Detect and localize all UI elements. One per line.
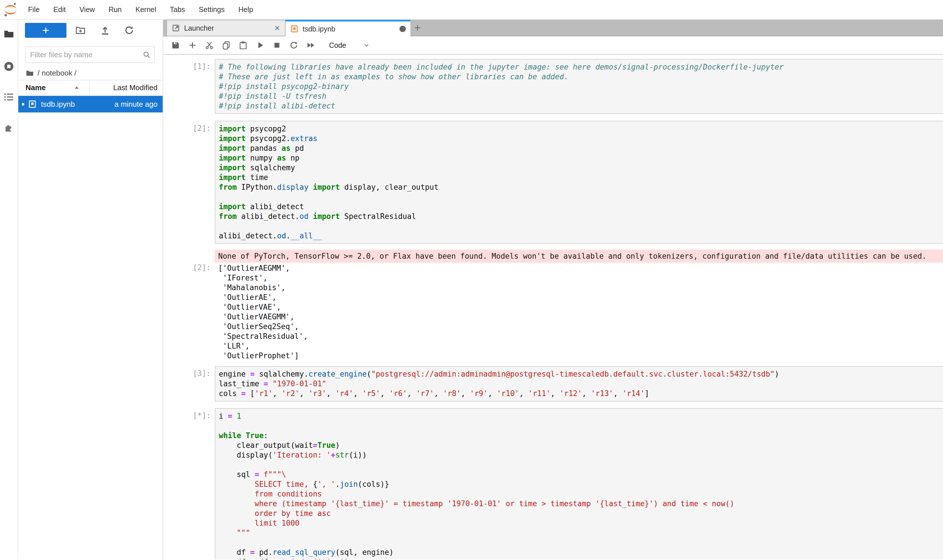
- code-line: # The following libraries have already b…: [219, 62, 943, 72]
- restart-kernel-button[interactable]: [289, 40, 299, 50]
- code-line: display('Iteration: '+str(i)): [219, 450, 943, 460]
- close-tab-icon[interactable]: [273, 24, 281, 32]
- unsaved-changes-dot-icon[interactable]: [400, 26, 406, 32]
- running-kernels-icon[interactable]: [3, 61, 15, 72]
- file-browser-toolbar: [19, 22, 163, 38]
- cell-editor[interactable]: # The following libraries have already b…: [215, 59, 943, 114]
- save-button[interactable]: [171, 40, 181, 50]
- tab-tsdb-label: tsdb.ipynb: [303, 25, 335, 33]
- upload-button[interactable]: [100, 25, 111, 36]
- plus-icon: [42, 26, 50, 35]
- code-line: cols = ['r1', 'r2', 'r3', 'r4', 'r5', 'r…: [219, 389, 943, 398]
- cell-prompt: [*]:: [163, 408, 215, 420]
- code-line: import pandas as pd: [219, 143, 943, 153]
- cell-prompt: [2]:: [163, 263, 215, 272]
- menu-edit[interactable]: Edit: [46, 0, 73, 19]
- menu-tabs[interactable]: Tabs: [163, 0, 192, 19]
- tab-launcher[interactable]: Launcher: [167, 20, 286, 36]
- file-list-header: Name Last Modified: [19, 80, 163, 95]
- launcher-icon: [171, 24, 180, 32]
- code-line: 'LLR',: [218, 341, 943, 351]
- code-line: import time: [219, 172, 943, 182]
- output-cell: [2]:['OutlierAEGMM', 'IForest', 'Mahalan…: [163, 263, 943, 360]
- code-line: #!pip install alibi-detect: [219, 101, 943, 111]
- code-line: from conditions: [219, 489, 943, 499]
- menu-kernel[interactable]: Kernel: [128, 0, 163, 19]
- code-cell: [*]:i = 1 while True: clear_output(wait=…: [163, 408, 943, 559]
- insert-cell-button[interactable]: [188, 40, 197, 50]
- chevron-down-icon[interactable]: [363, 42, 370, 49]
- code-cell: [1]:# The following libraries have alrea…: [163, 59, 943, 114]
- code-line: i = 1: [219, 411, 943, 421]
- code-line: import alibi_detect: [219, 202, 943, 211]
- extensions-puzzle-icon[interactable]: [3, 122, 15, 133]
- tab-tsdb-notebook[interactable]: tsdb.ipynb: [286, 20, 411, 36]
- code-cell: [3]:engine = sqlalchemy.create_engine("p…: [163, 366, 943, 402]
- code-line: #!pip install psycopg2-binary: [219, 82, 943, 91]
- file-row-tsdb[interactable]: tsdb.ipynb a minute ago: [19, 96, 163, 112]
- menu-view[interactable]: View: [73, 0, 102, 19]
- menu-file[interactable]: File: [21, 0, 46, 19]
- code-line: import numpy as np: [219, 153, 943, 163]
- menu-bar: File Edit View Run Kernel Tabs Settings …: [0, 0, 943, 20]
- file-name: tsdb.ipynb: [41, 100, 75, 109]
- new-launcher-button[interactable]: [25, 23, 66, 38]
- code-cell: [2]:import psycopg2import psycopg2.extra…: [163, 121, 943, 244]
- refresh-button[interactable]: [124, 25, 134, 36]
- code-line: # These are just left in as examples to …: [219, 72, 943, 82]
- interrupt-kernel-button[interactable]: [272, 40, 282, 50]
- code-line: import psycopg2.extras: [219, 134, 943, 143]
- breadcrumb[interactable]: / notebook /: [25, 69, 76, 78]
- cell-type-select[interactable]: Code: [329, 41, 346, 49]
- new-tab-button[interactable]: [411, 20, 425, 36]
- code-line: engine = sqlalchemy.create_engine("postg…: [219, 369, 943, 379]
- file-browser-icon[interactable]: [3, 28, 15, 40]
- filter-files-box: [25, 46, 155, 63]
- notebook-tab-icon: [290, 25, 299, 33]
- cell-editor[interactable]: i = 1 while True: clear_output(wait=True…: [215, 408, 943, 559]
- code-line: import psycopg2: [219, 124, 943, 134]
- code-line: 'OutlierProphet']: [218, 351, 943, 360]
- cell-editor[interactable]: engine = sqlalchemy.create_engine("postg…: [215, 366, 943, 402]
- code-line: SELECT time, {', '.join(cols)}: [219, 479, 943, 489]
- run-cell-button[interactable]: [255, 40, 265, 50]
- filter-files-input[interactable]: [26, 50, 142, 60]
- cell-prompt: [3]:: [163, 366, 215, 378]
- folder-icon[interactable]: [25, 69, 34, 78]
- restart-run-all-button[interactable]: [306, 40, 316, 50]
- table-of-contents-icon[interactable]: [3, 91, 15, 103]
- column-name[interactable]: Name: [25, 83, 46, 92]
- code-line: clear_output(wait=True): [219, 440, 943, 450]
- code-line: 'SpectralResidual',: [218, 331, 943, 341]
- jupyter-logo: [3, 2, 18, 17]
- notebook-cells: [1]:# The following libraries have alrea…: [163, 55, 943, 559]
- stderr-message: None of PyTorch, TensorFlow >= 2.0, or F…: [215, 249, 943, 263]
- cell-editor[interactable]: import psycopg2import psycopg2.extrasimp…: [215, 121, 943, 244]
- tab-launcher-label: Launcher: [184, 24, 214, 32]
- column-last-modified[interactable]: Last Modified: [113, 83, 157, 92]
- menu-help[interactable]: Help: [232, 0, 260, 19]
- copy-cells-button[interactable]: [221, 40, 231, 50]
- sort-caret-icon[interactable]: [73, 84, 80, 91]
- menu-settings[interactable]: Settings: [192, 0, 232, 19]
- new-folder-button[interactable]: [75, 25, 86, 36]
- code-line: 'OutlierSeq2Seq',: [218, 322, 943, 331]
- cut-cells-button[interactable]: [204, 40, 214, 50]
- cell-prompt: [1]:: [163, 59, 215, 71]
- code-line: where (timestamp '{last_time}' = timesta…: [219, 499, 943, 509]
- code-line: #!pip install -U tsfresh: [219, 91, 943, 101]
- code-line: 'OutlierVAEGMM',: [218, 312, 943, 322]
- cell-prompt: [2]:: [163, 121, 215, 132]
- code-line: 'Mahalanobis',: [218, 283, 943, 292]
- code-line: 'IForest',: [218, 273, 943, 283]
- menu-run[interactable]: Run: [102, 0, 128, 19]
- paste-cells-button[interactable]: [238, 40, 248, 50]
- column-divider: [89, 80, 90, 95]
- code-line: from IPython.display import display, cle…: [219, 182, 943, 192]
- code-line: from alibi_detect.od import SpectralResi…: [219, 211, 943, 221]
- file-modified: a minute ago: [114, 100, 157, 109]
- code-line: [219, 460, 943, 469]
- breadcrumb-path[interactable]: / notebook /: [37, 69, 76, 78]
- code-line: alibi_detect.od.__all__: [219, 231, 943, 241]
- code-line: [219, 221, 943, 231]
